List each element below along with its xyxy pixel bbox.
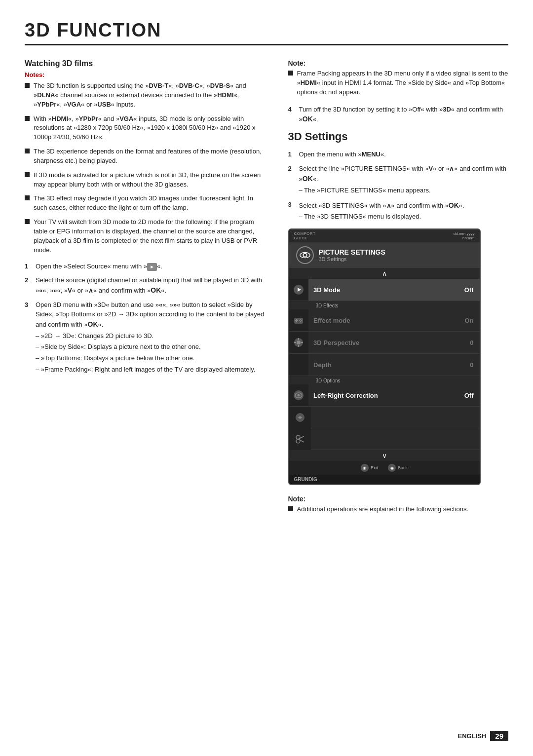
list-item: 3 Open 3D menu with »3D« button and use … bbox=[25, 301, 268, 375]
tv-row-icon-extra1 bbox=[289, 407, 311, 428]
tv-chevron-up: ∧ bbox=[289, 268, 480, 279]
bullet-icon bbox=[288, 71, 293, 76]
arrow-icon bbox=[294, 412, 306, 423]
bullet-icon bbox=[25, 83, 30, 88]
note-top-label: Note: bbox=[288, 59, 509, 67]
svg-rect-14 bbox=[298, 338, 299, 340]
settings-steps-list: 1 Open the menu with »MENU«. 2 Select th… bbox=[288, 150, 509, 222]
tv-section-3d-options: 3D Options bbox=[289, 376, 480, 384]
list-item: 3 Select »3D SETTINGS« with »∧« and conf… bbox=[288, 200, 509, 222]
page-language: ENGLISH bbox=[458, 732, 487, 740]
note-bottom-label: Note: bbox=[288, 495, 509, 503]
list-item: Your TV will switch from 3D mode to 2D m… bbox=[25, 218, 268, 255]
exit-label: Exit bbox=[371, 465, 378, 470]
svg-rect-7 bbox=[295, 320, 298, 321]
tv-section-3d-effects: 3D Effects bbox=[289, 301, 480, 309]
settings-icon bbox=[293, 337, 305, 348]
bullet-icon bbox=[288, 506, 293, 511]
tv-row-label-left-right: Left-Right Correction bbox=[308, 389, 464, 402]
tv-menu-icon bbox=[296, 246, 314, 264]
tv-menu-body: 3D Mode Off 3D Effects bbox=[289, 279, 480, 450]
tv-row-value-left-right: Off bbox=[464, 392, 480, 399]
svg-point-11 bbox=[300, 321, 301, 322]
back-button-icon: ◉ bbox=[388, 464, 396, 472]
note-top-bullet: Frame Packing appears in the 3D menu onl… bbox=[288, 69, 509, 97]
watching-3d-heading: Watching 3D films bbox=[25, 59, 268, 68]
right-column: Note: Frame Packing appears in the 3D me… bbox=[288, 59, 509, 522]
tv-menu-title-block: PICTURE SETTINGS 3D Settings bbox=[319, 248, 385, 262]
bullet-icon bbox=[25, 219, 30, 224]
svg-rect-17 bbox=[301, 342, 303, 343]
tv-row-label-3d-mode: 3D Mode bbox=[308, 283, 464, 297]
tv-row-value-effect-mode: On bbox=[464, 317, 479, 324]
tv-row-extra1[interactable] bbox=[289, 407, 480, 428]
page-title: 3D FUNCTION bbox=[25, 20, 508, 45]
svg-rect-16 bbox=[294, 342, 296, 343]
list-item: 1 Open the »Select Source« menu with »►«… bbox=[25, 262, 268, 271]
tv-chevron-down: ∨ bbox=[289, 450, 480, 461]
two-column-layout: Watching 3D films Notes: The 3D function… bbox=[25, 59, 508, 522]
tv-row-value-depth: 0 bbox=[470, 361, 479, 369]
svg-line-24 bbox=[298, 436, 304, 439]
tv-menu-title: PICTURE SETTINGS bbox=[319, 248, 385, 256]
left-column: Watching 3D films Notes: The 3D function… bbox=[25, 59, 268, 522]
page-number: 29 bbox=[490, 731, 508, 741]
picture-settings-icon bbox=[300, 250, 310, 261]
game-controller-icon bbox=[293, 314, 305, 326]
list-item: 1 Open the menu with »MENU«. bbox=[288, 150, 509, 159]
page: 3D FUNCTION Watching 3D films Notes: The… bbox=[0, 0, 533, 756]
tv-row-3d-perspective[interactable]: 3D Perspective 0 bbox=[289, 332, 480, 354]
svg-point-8 bbox=[300, 319, 301, 320]
scissors-icon bbox=[294, 433, 306, 445]
tv-row-label-3d-perspective: 3D Perspective bbox=[308, 336, 470, 349]
tv-back-button[interactable]: ◉ Back bbox=[388, 464, 408, 472]
back-label: Back bbox=[398, 465, 408, 470]
list-item: With »HDMI«, »YPbPr« and »VGA« inputs, 3… bbox=[25, 114, 268, 143]
tv-row-label-effect-mode: Effect mode bbox=[308, 314, 464, 327]
settings-heading: 3D Settings bbox=[288, 130, 509, 143]
list-item: The 3D experience depends on the format … bbox=[25, 147, 268, 166]
eye-icon bbox=[293, 389, 305, 401]
tv-row-3d-mode[interactable]: 3D Mode Off bbox=[289, 279, 480, 301]
bullet-icon bbox=[25, 116, 30, 121]
steps-list: 1 Open the »Select Source« menu with »►«… bbox=[25, 262, 268, 375]
svg-line-25 bbox=[298, 439, 304, 442]
list-item: The 3D function is supported using the »… bbox=[25, 81, 268, 110]
tv-menu-header: PICTURE SETTINGS 3D Settings bbox=[289, 242, 480, 268]
exit-button-icon: ◉ bbox=[361, 464, 369, 472]
note-top-block: Note: Frame Packing appears in the 3D me… bbox=[288, 59, 509, 97]
tv-exit-button[interactable]: ◉ Exit bbox=[361, 464, 378, 472]
tv-bottom-bar: ◉ Exit ◉ Back bbox=[289, 461, 480, 475]
list-item: 4 Turn off the 3D function by setting it… bbox=[288, 105, 509, 125]
note-bottom-bullet: Additional operations are explained in t… bbox=[288, 505, 509, 514]
tv-top-bar: COMFORTGUIDE dd.mm.yyyyhh:mm bbox=[289, 229, 480, 242]
tv-row-depth[interactable]: Depth 0 bbox=[289, 354, 480, 376]
notes-bullet-list: The 3D function is supported using the »… bbox=[25, 81, 268, 255]
list-item: 2 Select the source (digital channel or … bbox=[25, 276, 268, 296]
svg-point-10 bbox=[299, 320, 300, 321]
list-item: If 3D mode is activated for a picture wh… bbox=[25, 171, 268, 189]
tv-row-value-3d-mode: Off bbox=[464, 286, 480, 294]
tv-row-effect-mode[interactable]: Effect mode On bbox=[289, 309, 480, 332]
tv-grundig-logo: GRUNDIG bbox=[289, 475, 480, 484]
tv-row-left-right[interactable]: Left-Right Correction Off bbox=[289, 384, 480, 407]
source-icon bbox=[293, 284, 305, 296]
tv-row-icon-depth bbox=[289, 354, 309, 376]
tv-row-icon-left-right bbox=[289, 384, 309, 406]
note-bottom-block: Note: Additional operations are explaine… bbox=[288, 495, 509, 514]
tv-top-left: COMFORTGUIDE bbox=[294, 231, 316, 240]
page-footer: ENGLISH 29 bbox=[458, 731, 508, 741]
tv-row-icon-extra2 bbox=[289, 428, 311, 450]
tv-screen-mockup: COMFORTGUIDE dd.mm.yyyyhh:mm PICT bbox=[288, 228, 481, 485]
bullet-icon bbox=[25, 172, 30, 177]
tv-row-value-3d-perspective: 0 bbox=[470, 339, 479, 346]
tv-row-extra2[interactable] bbox=[289, 428, 480, 450]
svg-point-20 bbox=[298, 394, 300, 397]
bullet-icon bbox=[25, 195, 30, 200]
list-item: The 3D effect may degrade if you watch 3… bbox=[25, 194, 268, 213]
svg-point-13 bbox=[297, 340, 301, 344]
svg-rect-15 bbox=[298, 345, 299, 347]
notes-label: Notes: bbox=[25, 71, 268, 78]
tv-row-label-depth: Depth bbox=[308, 358, 470, 372]
svg-point-9 bbox=[301, 320, 302, 321]
